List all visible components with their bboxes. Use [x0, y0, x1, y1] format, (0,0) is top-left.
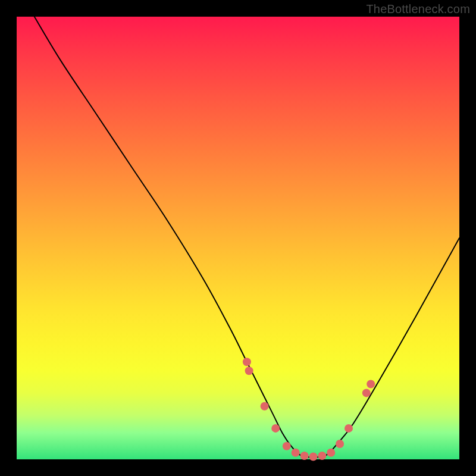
attribution-label: TheBottleneck.com	[366, 2, 470, 16]
highlight-dot	[292, 449, 300, 457]
highlight-dot	[261, 402, 269, 411]
highlight-dot	[243, 358, 251, 366]
highlight-dot	[336, 440, 344, 448]
highlight-dot	[327, 449, 335, 457]
bottleneck-curve	[35, 17, 459, 458]
plot-area	[17, 17, 459, 459]
highlight-dot	[245, 367, 253, 375]
highlight-dot	[300, 452, 309, 460]
highlight-dot	[345, 424, 353, 433]
highlight-dot	[318, 452, 326, 460]
highlight-dot	[309, 453, 318, 461]
chart-frame: TheBottleneck.com	[0, 0, 476, 476]
highlight-dot	[283, 442, 291, 450]
curve-layer	[17, 17, 459, 459]
highlight-dot	[271, 424, 280, 433]
highlight-dots	[243, 358, 375, 461]
highlight-dot	[367, 380, 375, 389]
highlight-dot	[362, 389, 371, 397]
